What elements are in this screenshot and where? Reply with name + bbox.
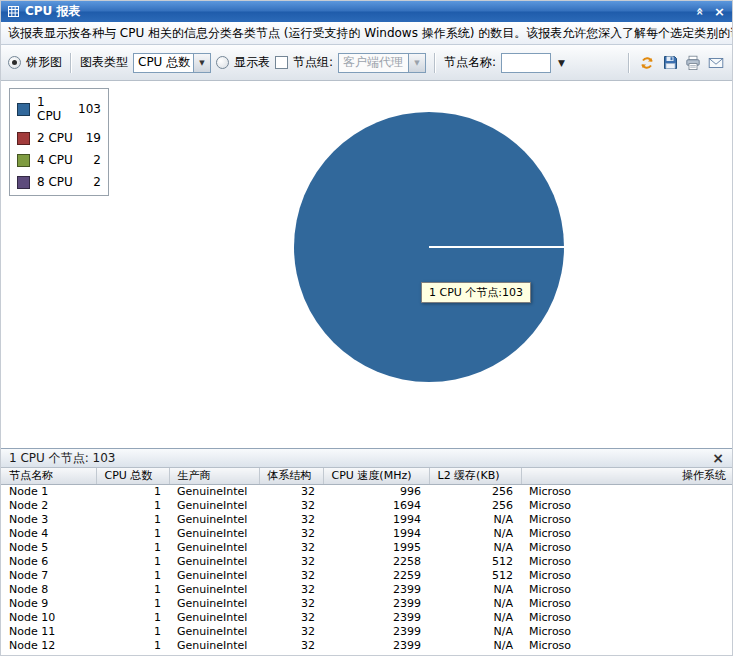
column-header-speed[interactable]: CPU 速度(MHz) [323, 468, 429, 484]
cell-speed: 2399 [323, 625, 429, 639]
cell-l2: N/A [429, 639, 521, 653]
cell-os: Microso [521, 527, 732, 541]
node-group-label[interactable]: 节点组: [293, 54, 333, 71]
legend-label: 2 CPU [37, 131, 73, 145]
cell-cpu: 1 [96, 583, 169, 597]
close-icon[interactable]: × [714, 5, 725, 18]
table-row[interactable]: Node 11GenuineIntel32996256Microso [1, 484, 732, 499]
cell-speed: 2259 [323, 569, 429, 583]
table-row[interactable]: Node 71GenuineIntel322259512Microso [1, 569, 732, 583]
cell-speed: 996 [323, 484, 429, 499]
email-icon[interactable] [707, 54, 725, 72]
chevron-down-icon[interactable]: ▼ [193, 54, 210, 72]
details-table: 节点名称CPU 总数生产商体系结构CPU 速度(MHz)L2 缓存(KB)操作系… [1, 468, 732, 655]
chart-tooltip: 1 CPU 个节点:103 [421, 282, 531, 303]
cell-name: Node 5 [1, 541, 96, 555]
column-header-arch[interactable]: 体系结构 [259, 468, 323, 484]
report-icon [8, 2, 19, 21]
pie-slice[interactable] [294, 112, 564, 382]
cell-speed: 2399 [323, 583, 429, 597]
print-icon[interactable] [684, 54, 702, 72]
cell-name: Node 10 [1, 611, 96, 625]
titlebar-actions: « × [696, 5, 725, 18]
chart-canvas: 1 CPU1032 CPU194 CPU28 CPU2 1 CPU 个节点:10… [1, 81, 732, 448]
cell-name: Node 8 [1, 583, 96, 597]
cell-speed: 1994 [323, 513, 429, 527]
cell-arch: 32 [259, 499, 323, 513]
cell-l2: N/A [429, 583, 521, 597]
toolbar-separator [70, 53, 72, 73]
table-row[interactable]: Node 51GenuineIntel321995N/AMicroso [1, 541, 732, 555]
details-close-icon[interactable]: × [712, 451, 724, 465]
show-table-radio-label[interactable]: 显示表 [234, 54, 270, 71]
cell-name: Node 1 [1, 484, 96, 499]
report-description: 该报表显示按各种与 CPU 相关的信息分类各类节点 (运行受支持的 Window… [8, 25, 732, 42]
table-row[interactable]: Node 101GenuineIntel322399N/AMicroso [1, 611, 732, 625]
cell-cpu: 1 [96, 611, 169, 625]
cell-cpu: 1 [96, 639, 169, 653]
column-header-manufacturer[interactable]: 生产商 [169, 468, 259, 484]
node-group-checkbox[interactable] [275, 56, 288, 69]
table-row[interactable]: Node 31GenuineIntel321994N/AMicroso [1, 513, 732, 527]
cell-os: Microso [521, 583, 732, 597]
table-header-row: 节点名称CPU 总数生产商体系结构CPU 速度(MHz)L2 缓存(KB)操作系… [1, 468, 732, 484]
refresh-icon[interactable] [638, 54, 656, 72]
node-group-select: 客户端代理 ▼ [338, 53, 426, 73]
details-panel-header: 1 CPU 个节点: 103 × [1, 448, 732, 468]
show-table-radio[interactable] [216, 56, 229, 69]
legend-swatch [17, 132, 30, 145]
column-header-l2[interactable]: L2 缓存(KB) [429, 468, 521, 484]
legend-item[interactable]: 2 CPU19 [17, 131, 101, 145]
table-row[interactable]: Node 61GenuineIntel322258512Microso [1, 555, 732, 569]
cell-l2: N/A [429, 597, 521, 611]
toolbar-separator [434, 53, 436, 73]
node-name-input[interactable] [501, 53, 551, 73]
cell-arch: 32 [259, 527, 323, 541]
column-header-name[interactable]: 节点名称 [1, 468, 96, 484]
cell-manufacturer: GenuineIntel [169, 611, 259, 625]
cell-cpu: 1 [96, 541, 169, 555]
cell-l2: N/A [429, 527, 521, 541]
collapse-icon[interactable]: « [693, 7, 706, 15]
table-row[interactable]: Node 91GenuineIntel322399N/AMicroso [1, 597, 732, 611]
toolbar: 饼形图 图表类型 CPU 总数 ▼ 显示表 节点组: 客户端代理 ▼ 节点名称:… [1, 45, 732, 81]
pie-chart-radio[interactable] [8, 56, 21, 69]
cell-manufacturer: GenuineIntel [169, 484, 259, 499]
cell-speed: 2399 [323, 639, 429, 653]
table-row[interactable]: Node 121GenuineIntel322399N/AMicroso [1, 639, 732, 653]
cell-manufacturer: GenuineIntel [169, 499, 259, 513]
cell-manufacturer: GenuineIntel [169, 569, 259, 583]
cell-l2: 512 [429, 555, 521, 569]
legend-label: 4 CPU [37, 153, 73, 167]
cell-l2: 512 [429, 569, 521, 583]
cell-cpu: 1 [96, 625, 169, 639]
cell-cpu: 1 [96, 513, 169, 527]
titlebar: CPU 报表 « × [1, 1, 732, 22]
legend-item[interactable]: 8 CPU2 [17, 175, 101, 189]
table-row[interactable]: Node 81GenuineIntel322399N/AMicroso [1, 583, 732, 597]
legend-swatch [17, 176, 30, 189]
pie-chart-radio-label[interactable]: 饼形图 [26, 54, 62, 71]
cell-arch: 32 [259, 569, 323, 583]
cell-arch: 32 [259, 611, 323, 625]
column-header-cpu[interactable]: CPU 总数 [96, 468, 169, 484]
legend-swatch [17, 103, 30, 116]
cell-arch: 32 [259, 541, 323, 555]
table-row[interactable]: Node 111GenuineIntel322399N/AMicroso [1, 625, 732, 639]
cell-arch: 32 [259, 639, 323, 653]
table-row[interactable]: Node 41GenuineIntel321994N/AMicroso [1, 527, 732, 541]
chart-type-select[interactable]: CPU 总数 ▼ [133, 53, 211, 73]
table-row[interactable]: Node 21GenuineIntel321694256Microso [1, 499, 732, 513]
cell-os: Microso [521, 625, 732, 639]
description-bar: 该报表显示按各种与 CPU 相关的信息分类各类节点 (运行受支持的 Window… [1, 22, 732, 45]
cell-name: Node 9 [1, 597, 96, 611]
details-panel-title: 1 CPU 个节点: 103 [9, 450, 115, 467]
node-name-dropdown-button[interactable]: ▼ [558, 58, 565, 68]
column-header-os[interactable]: 操作系统 [521, 468, 732, 484]
legend-item[interactable]: 1 CPU103 [17, 95, 101, 123]
chart-type-label: 图表类型 [80, 54, 128, 71]
cell-os: Microso [521, 611, 732, 625]
cell-manufacturer: GenuineIntel [169, 541, 259, 555]
legend-item[interactable]: 4 CPU2 [17, 153, 101, 167]
save-icon[interactable] [661, 54, 679, 72]
